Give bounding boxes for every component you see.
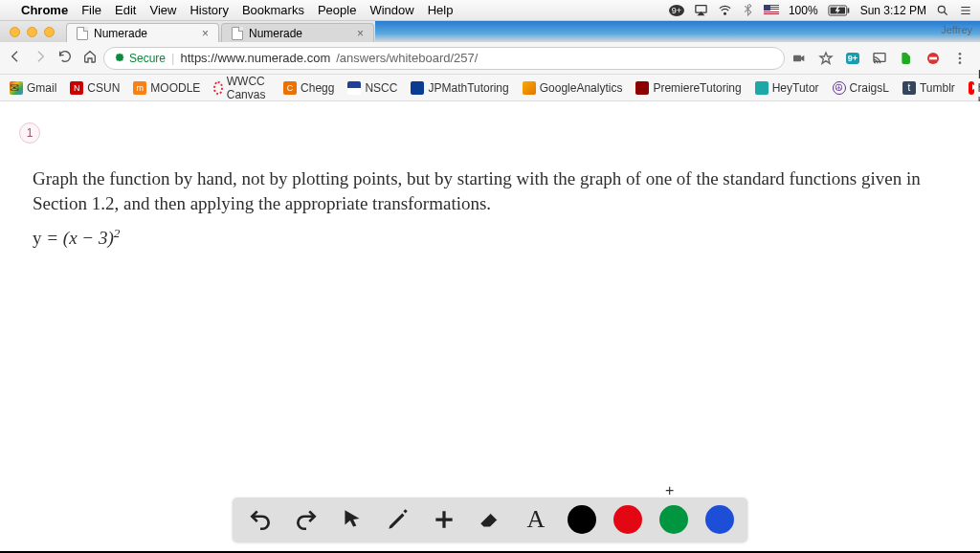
battery-icon[interactable]	[828, 5, 851, 16]
tab-close-icon[interactable]: ×	[357, 27, 364, 40]
undo-button[interactable]	[246, 505, 275, 534]
svg-rect-3	[847, 8, 849, 12]
equation: y = (x − 3)2	[33, 225, 961, 251]
address-bar[interactable]: Secure | https://www.numerade.com/answer…	[103, 47, 785, 70]
tab-close-icon[interactable]: ×	[202, 27, 209, 40]
menu-file[interactable]: File	[81, 3, 101, 17]
close-window-icon[interactable]	[10, 27, 20, 37]
tab-title: Numerade	[249, 27, 302, 40]
reload-button[interactable]	[57, 49, 73, 68]
question-number-badge: 1	[19, 122, 40, 144]
bookmark-chegg[interactable]: CChegg	[283, 81, 334, 95]
bookmarks-bar: ✉Gmail NCSUN mMOODLE WWCC Canvas CChegg …	[0, 75, 980, 101]
profile-label[interactable]: Jeffrey	[941, 24, 972, 35]
svg-point-11	[959, 56, 962, 59]
spotlight-icon[interactable]	[936, 4, 949, 17]
page-favicon-icon	[77, 27, 88, 40]
forward-button[interactable]	[33, 49, 48, 68]
bookmark-jpmath[interactable]: JPMathTutoring	[411, 81, 508, 95]
question-text: Graph the function by hand, not by plott…	[33, 166, 961, 251]
bookmark-heytutor[interactable]: HeyTutor	[755, 81, 819, 95]
window-titlebar: Numerade × Numerade × Jeffrey	[0, 21, 980, 42]
menu-history[interactable]: History	[189, 3, 228, 17]
whiteboard-toolbar: A	[233, 498, 747, 542]
evernote-icon[interactable]	[898, 50, 915, 67]
battery-percent: 100%	[789, 4, 818, 17]
bookmark-premiere[interactable]: PremiereTutoring	[635, 81, 741, 95]
svg-rect-6	[793, 55, 801, 61]
app-menu[interactable]: Chrome	[21, 3, 68, 17]
extension-tab-icon[interactable]: 9+	[844, 50, 861, 67]
svg-point-1	[724, 12, 725, 14]
adblock-icon[interactable]	[924, 50, 942, 67]
cast-icon[interactable]	[871, 50, 888, 67]
bookmark-craigslist[interactable]: ☮CraigsL	[833, 81, 889, 95]
bookmark-tumblr[interactable]: tTumblr	[902, 81, 955, 95]
home-button[interactable]	[82, 49, 98, 68]
page-content: 1 Graph the function by hand, not by plo…	[0, 101, 980, 551]
svg-rect-0	[696, 6, 706, 13]
svg-point-5	[938, 6, 945, 12]
menu-help[interactable]: Help	[428, 3, 454, 17]
menu-people[interactable]: People	[318, 3, 356, 17]
bookmark-moodle[interactable]: mMOODLE	[133, 81, 200, 95]
color-red[interactable]	[613, 505, 642, 534]
star-icon[interactable]	[817, 50, 835, 67]
traffic-lights[interactable]	[10, 27, 55, 37]
bluetooth-icon[interactable]	[742, 4, 754, 16]
chrome-menu-icon[interactable]	[951, 50, 969, 67]
color-blue[interactable]	[705, 505, 734, 534]
minimize-window-icon[interactable]	[27, 27, 37, 37]
svg-rect-9	[929, 56, 937, 59]
notification-badge-icon[interactable]: 9+	[669, 5, 684, 16]
svg-point-12	[959, 61, 962, 64]
clock[interactable]: Sun 3:12 PM	[860, 4, 926, 17]
color-green[interactable]	[659, 505, 688, 534]
bookmark-ga[interactable]: GoogleAnalytics	[523, 81, 623, 95]
menu-window[interactable]: Window	[369, 3, 413, 17]
menu-view[interactable]: View	[149, 3, 176, 17]
bookmark-wwcc-canvas[interactable]: WWCC Canvas	[213, 75, 270, 101]
pencil-tool[interactable]	[384, 505, 412, 534]
menu-bookmarks[interactable]: Bookmarks	[242, 3, 304, 17]
secure-indicator: Secure	[114, 52, 166, 65]
wifi-icon[interactable]	[718, 3, 732, 17]
svg-point-10	[959, 53, 962, 55]
redo-button[interactable]	[292, 505, 321, 534]
text-tool[interactable]: A	[522, 505, 550, 534]
url-host: https://www.numerade.com	[180, 51, 330, 65]
add-tool[interactable]	[430, 505, 458, 534]
back-button[interactable]	[8, 49, 23, 68]
macos-menubar: Chrome File Edit View History Bookmarks …	[0, 0, 980, 21]
tab-1[interactable]: Numerade ×	[66, 23, 219, 42]
bookmark-nscc[interactable]: NSCC	[347, 81, 397, 95]
address-bar-row: Secure | https://www.numerade.com/answer…	[0, 42, 980, 75]
eraser-tool[interactable]	[476, 505, 504, 534]
bookmark-csun[interactable]: NCSUN	[70, 81, 120, 95]
bookmark-gmail[interactable]: ✉Gmail	[10, 81, 56, 95]
page-favicon-icon	[232, 27, 243, 40]
color-black[interactable]	[568, 505, 596, 534]
tab-2[interactable]: Numerade ×	[221, 23, 374, 42]
flag-icon[interactable]	[764, 5, 779, 15]
airplay-icon[interactable]	[694, 3, 708, 17]
url-path: /answers/whiteboard/257/	[336, 51, 478, 65]
menu-list-icon[interactable]	[959, 4, 972, 17]
camera-icon[interactable]	[791, 50, 808, 67]
menu-edit[interactable]: Edit	[115, 3, 136, 17]
pointer-tool[interactable]	[338, 505, 367, 534]
tab-title: Numerade	[94, 27, 147, 40]
maximize-window-icon[interactable]	[44, 27, 55, 37]
